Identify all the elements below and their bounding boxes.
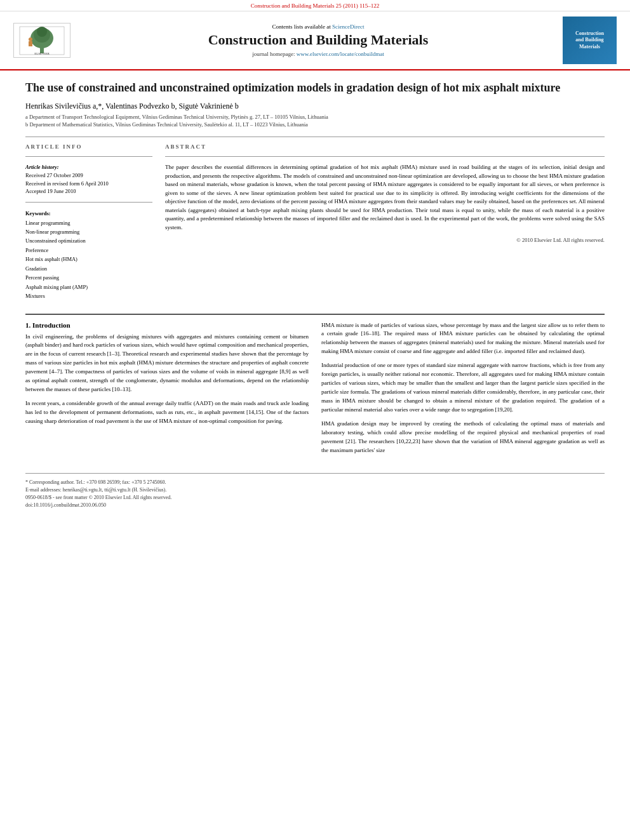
affiliation-b: b Department of Mathematical Statistics,… — [25, 121, 605, 129]
journal-main-title: Construction and Building Materials — [80, 32, 556, 48]
article-history-label: Article history: — [25, 163, 152, 171]
email-label: E-mail addresses: — [25, 487, 62, 493]
keyword-1: Linear programming — [25, 218, 152, 227]
footer-notes: * Corresponding author. Tel.: +370 698 2… — [25, 473, 605, 509]
elsevier-logo: ELSEVIER — [10, 23, 74, 58]
svg-text:ELSEVIER: ELSEVIER — [34, 52, 50, 55]
sciencedirect-link-text: Contents lists available at ScienceDirec… — [80, 23, 556, 30]
doi-line: doi:10.1016/j.conbuildmat.2010.06.050 — [25, 502, 605, 509]
keywords-label: Keywords: — [25, 209, 152, 218]
affiliation-a: a Department of Transport Technological … — [25, 114, 605, 121]
article-info-abstract: ARTICLE INFO Article history: Received 2… — [25, 143, 605, 304]
section-title: Introduction — [32, 321, 70, 329]
main-content: The use of constrained and unconstrained… — [0, 70, 630, 519]
corresponding-author-note: * Corresponding author. Tel.: +370 698 2… — [25, 479, 605, 486]
affiliations: a Department of Transport Technological … — [25, 114, 605, 129]
abstract-label: ABSTRACT — [165, 143, 605, 150]
abstract-column: ABSTRACT The paper describes the essenti… — [165, 143, 605, 304]
section-number: 1. — [25, 321, 30, 329]
divider-below-article-label — [25, 156, 152, 157]
keyword-7: Percent passing — [25, 273, 152, 282]
right-paragraph-1: HMA mixture is made of particles of vari… — [321, 321, 605, 357]
issn-line: 0950-0618/$ - see front matter © 2010 El… — [25, 494, 605, 502]
abstract-text: The paper describes the essential differ… — [165, 163, 605, 232]
keyword-3: Unconstrained optimization — [25, 236, 152, 245]
journal-logo-box: Construction and Building Materials — [563, 17, 617, 64]
article-info-label: ARTICLE INFO — [25, 143, 152, 150]
body-right-column: HMA mixture is made of particles of vari… — [321, 321, 605, 460]
journal-logo-text: Construction and Building Materials — [575, 30, 604, 50]
keyword-8: Asphalt mixing plant (AMP) — [25, 283, 152, 291]
divider-after-affiliations — [25, 137, 605, 137]
keyword-4: Preference — [25, 246, 152, 255]
email-note: E-mail addresses: henrikas@ti.vgtu.lt, t… — [25, 486, 605, 494]
journal-homepage-line: journal homepage: www.elsevier.com/locat… — [80, 51, 556, 57]
journal-title-area: Contents lists available at ScienceDirec… — [80, 23, 556, 57]
keyword-5: Hot mix asphalt (HMA) — [25, 255, 152, 263]
svg-rect-6 — [29, 41, 32, 46]
article-history: Article history: Received 27 October 200… — [25, 163, 152, 196]
keyword-6: Gradation — [25, 264, 152, 273]
divider-before-body — [25, 314, 605, 315]
svg-point-4 — [37, 27, 47, 37]
divider-below-history — [25, 202, 152, 203]
article-info-column: ARTICLE INFO Article history: Received 2… — [25, 143, 152, 304]
email-addresses: henrikas@ti.vgtu.lt, tti@ti.vgtu.lt (H. … — [63, 487, 167, 493]
journal-citation: Construction and Building Materials 25 (… — [251, 3, 379, 9]
revised-date: Received in revised form 6 April 2010 — [25, 180, 152, 188]
elsevier-logo-image: ELSEVIER — [13, 23, 70, 58]
divider-below-abstract-label — [165, 156, 605, 157]
elsevier-tree-icon: ELSEVIER — [17, 25, 67, 56]
paper-title: The use of constrained and unconstrained… — [25, 81, 605, 95]
introduction-heading: 1. Introduction — [25, 321, 309, 329]
keywords-section: Keywords: Linear programming Non-linear … — [25, 209, 152, 300]
authors-line: Henrikas Sivilevičius a,*, Valentinas Po… — [25, 102, 605, 111]
copyright-notice: © 2010 Elsevier Ltd. All rights reserved… — [165, 237, 605, 243]
svg-point-5 — [29, 37, 32, 41]
intro-paragraph-2: In recent years, a considerable growth o… — [25, 399, 309, 426]
journal-logo-right: Construction and Building Materials — [563, 17, 620, 64]
authors-text: Henrikas Sivilevičius a,*, Valentinas Po… — [25, 102, 239, 110]
right-paragraph-2: Industrial production of one or more typ… — [321, 361, 605, 415]
intro-paragraph-1: In civil engineering, the problems of de… — [25, 333, 309, 395]
body-columns: 1. Introduction In civil engineering, th… — [25, 321, 605, 460]
received-date: Received 27 October 2009 — [25, 171, 152, 180]
journal-header: ELSEVIER Contents lists available at Sci… — [0, 11, 630, 70]
keyword-9: Mixtures — [25, 291, 152, 300]
right-paragraph-3: HMA gradation design may be improved by … — [321, 420, 605, 455]
accepted-date: Accepted 19 June 2010 — [25, 187, 152, 196]
keyword-2: Non-linear programming — [25, 227, 152, 236]
body-left-column: 1. Introduction In civil engineering, th… — [25, 321, 309, 460]
